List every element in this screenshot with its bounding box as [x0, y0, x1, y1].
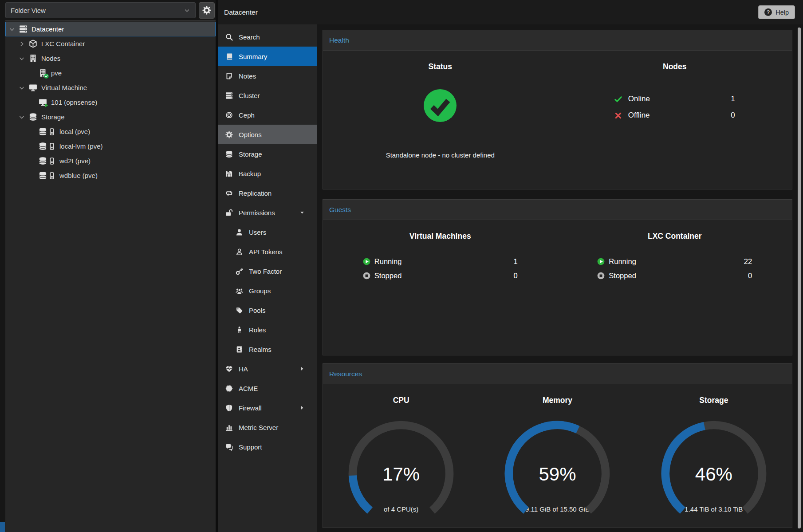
resource-tree-panel: Folder View DatacenterLXC ContainerNodes… — [0, 0, 216, 532]
node-state-value: 1 — [693, 95, 735, 103]
guest-state-label: Stopped — [374, 272, 402, 280]
gauge-heading: Memory — [479, 396, 635, 405]
view-selector[interactable]: Folder View — [5, 2, 196, 18]
database-icon — [29, 113, 37, 121]
user-outline-icon — [236, 248, 243, 256]
guests-columns: Virtual MachinesRunning1Stopped0LXC Cont… — [323, 220, 792, 283]
menu-item-label: Summary — [239, 53, 267, 60]
menu-item-ceph[interactable]: Ceph — [218, 105, 317, 125]
tree-item-virtual-machine[interactable]: Virtual Machine — [5, 80, 216, 95]
tree-item-lxc-container[interactable]: LXC Container — [5, 36, 216, 51]
summary-content: Health Status Standalone node - no clust… — [317, 24, 803, 532]
menu-item-label: API Tokens — [249, 248, 283, 256]
tree-item-label: Storage — [41, 113, 65, 121]
workspace: Datacenter ? Help SearchSummaryNotesClus… — [218, 0, 803, 532]
menu-item-firewall[interactable]: Firewall — [218, 398, 317, 418]
running-icon — [363, 258, 370, 265]
tree-item-storage[interactable]: Storage — [5, 110, 216, 124]
book-icon — [225, 53, 233, 60]
gauge-percent: 59% — [504, 464, 610, 485]
gauge-arc: 59% — [504, 420, 610, 519]
monitor-icon — [39, 98, 47, 106]
menu-item-label: Pools — [249, 307, 266, 314]
gauge-arc: 17% — [348, 420, 454, 519]
resources-gauges: CPU17%of 4 CPU(s)Memory59%9.11 GiB of 15… — [323, 384, 792, 513]
menu-item-notes[interactable]: Notes — [218, 66, 317, 86]
tree-item-datacenter[interactable]: Datacenter — [5, 22, 216, 36]
tree-item-wd2t-pve[interactable]: wd2t (pve) — [5, 154, 216, 168]
menu-item-label: Realms — [249, 346, 272, 353]
menu-item-acme[interactable]: ACME — [218, 378, 317, 398]
menu-item-search[interactable]: Search — [218, 27, 317, 47]
node-state-label: Offline — [625, 111, 693, 120]
menu-item-groups[interactable]: Groups — [218, 281, 317, 300]
tree-item-label: wdblue (pve) — [59, 172, 98, 179]
menu-item-label: Permissions — [239, 209, 275, 217]
menu-item-support[interactable]: Support — [218, 437, 317, 457]
caret-down-icon — [18, 55, 25, 62]
menu-item-label: Search — [239, 33, 260, 41]
menu-item-label: Options — [239, 131, 262, 138]
help-icon: ? — [764, 8, 772, 16]
scrollbar-thumb[interactable] — [798, 28, 801, 528]
sync-icon — [225, 189, 233, 197]
tree-item-101-opnsense[interactable]: 101 (opnsense) — [5, 95, 216, 110]
seal-icon — [225, 385, 233, 392]
gauge-percent: 46% — [661, 464, 767, 485]
guests-column-lxc-container: LXC ContainerRunning22Stopped0 — [558, 220, 792, 283]
arrow-right-icon — [299, 405, 305, 410]
play-badge-icon — [44, 103, 49, 108]
tree-item-pve[interactable]: pve — [5, 66, 216, 80]
database-icon — [39, 157, 47, 165]
heartbeat-icon — [225, 365, 233, 373]
menu-item-backup[interactable]: Backup — [218, 164, 317, 183]
guest-state-row: Stopped0 — [363, 268, 518, 283]
guest-state-row: Running1 — [363, 254, 518, 268]
nodes-column: Nodes Online1Offline0 — [558, 51, 792, 159]
menu-item-replication[interactable]: Replication — [218, 183, 317, 203]
proxmox-app: Folder View DatacenterLXC ContainerNodes… — [0, 0, 803, 532]
menu-item-ha[interactable]: HA — [218, 359, 317, 378]
guest-state-row: Stopped0 — [597, 268, 752, 283]
guest-state-label: Running — [374, 257, 402, 266]
tree-item-local-pve[interactable]: local (pve) — [5, 124, 216, 139]
menu-item-two-factor[interactable]: Two Factor — [218, 261, 317, 281]
gauge-heading: Storage — [636, 396, 792, 405]
menu-item-summary[interactable]: Summary — [218, 47, 317, 66]
tree-item-label: wd2t (pve) — [59, 157, 91, 165]
tree-item-label: local-lvm (pve) — [59, 142, 103, 150]
menu-item-users[interactable]: Users — [218, 222, 317, 242]
menu-item-api-tokens[interactable]: API Tokens — [218, 242, 317, 261]
online-check-icon — [614, 95, 622, 103]
resource-gauge-storage: Storage46%1.44 TiB of 3.10 TiB — [636, 384, 792, 513]
help-button[interactable]: ? Help — [758, 5, 795, 19]
server-stack-icon — [225, 92, 233, 99]
database-icon — [39, 142, 47, 150]
topbar: Datacenter ? Help — [218, 0, 803, 25]
view-selector-value: Folder View — [11, 7, 46, 14]
tree-item-nodes[interactable]: Nodes — [5, 51, 216, 66]
menu-item-label: Roles — [249, 326, 266, 334]
resources-panel: Resources CPU17%of 4 CPU(s)Memory59%9.11… — [323, 363, 792, 528]
users-icon — [236, 287, 243, 295]
tree-item-local-lvm-pve[interactable]: local-lvm (pve) — [5, 139, 216, 154]
menu-item-metric-server[interactable]: Metric Server — [218, 418, 317, 437]
menu-item-label: Two Factor — [249, 268, 282, 275]
user-solid-icon — [236, 229, 243, 236]
guests-panel-title: Guests — [323, 200, 792, 220]
menu-item-pools[interactable]: Pools — [218, 300, 317, 320]
gear-icon — [202, 6, 211, 15]
tree-item-wdblue-pve[interactable]: wdblue (pve) — [5, 168, 216, 183]
tree-settings-button[interactable] — [199, 2, 215, 19]
menu-item-cluster[interactable]: Cluster — [218, 86, 317, 105]
guests-column-heading: Virtual Machines — [323, 232, 558, 241]
menu-item-options[interactable]: Options — [218, 125, 317, 144]
menu-item-storage[interactable]: Storage — [218, 144, 317, 164]
health-panel-title: Health — [323, 30, 792, 51]
menu-item-permissions[interactable]: Permissions — [218, 203, 317, 222]
resources-panel-title: Resources — [323, 364, 792, 384]
menu-item-roles[interactable]: Roles — [218, 320, 317, 339]
tree-item-label: Datacenter — [31, 25, 64, 33]
menu-item-realms[interactable]: Realms — [218, 339, 317, 359]
server-stack-icon — [19, 25, 28, 33]
